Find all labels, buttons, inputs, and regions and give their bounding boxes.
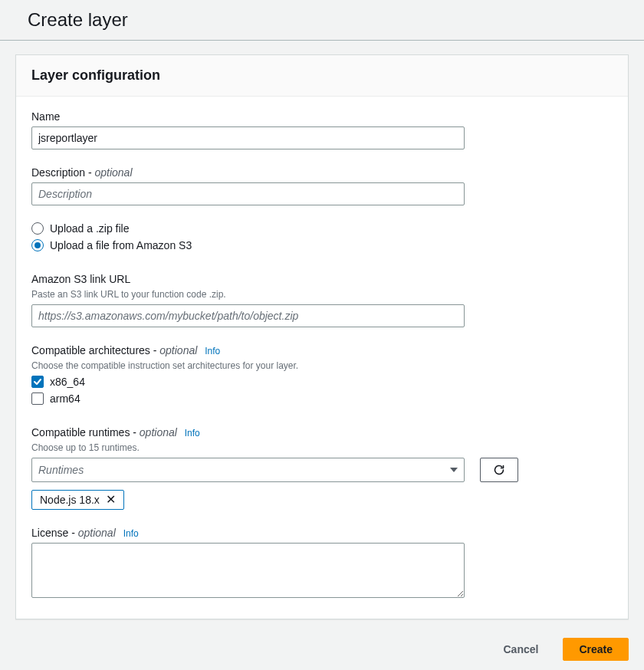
checkbox-checked-icon	[31, 376, 44, 388]
runtime-chip-nodejs18[interactable]: Node.js 18.x ✕	[31, 490, 124, 510]
s3-url-label: Amazon S3 link URL	[31, 273, 465, 285]
arch-info-link[interactable]: Info	[205, 346, 220, 356]
layer-config-panel: Layer configuration Name Description - o…	[15, 54, 629, 619]
arch-x86-label: x86_64	[50, 376, 85, 388]
runtimes-info-link[interactable]: Info	[185, 428, 200, 438]
section-title: Layer configuration	[31, 67, 613, 84]
radio-icon-selected	[31, 239, 44, 251]
description-label: Description - optional	[31, 166, 465, 179]
refresh-runtimes-button[interactable]	[480, 458, 518, 482]
page-header: Create layer	[0, 0, 644, 41]
refresh-icon	[493, 464, 505, 476]
runtimes-group: Compatible runtimes - optional Info Choo…	[31, 426, 613, 510]
arch-arm-label: arm64	[50, 392, 80, 405]
create-button[interactable]: Create	[563, 638, 629, 661]
s3-url-input[interactable]	[31, 304, 465, 327]
upload-zip-label: Upload a .zip file	[50, 222, 130, 235]
architectures-hint: Choose the compatible instruction set ar…	[31, 360, 465, 371]
upload-method-group: Upload a .zip file Upload a file from Am…	[31, 222, 465, 251]
upload-s3-radio[interactable]: Upload a file from Amazon S3	[31, 239, 465, 251]
runtimes-label: Compatible runtimes - optional Info	[31, 426, 465, 438]
architectures-group: Compatible architectures - optional Info…	[31, 344, 465, 405]
footer-actions: Cancel Create	[0, 619, 644, 670]
arch-x86-checkbox[interactable]: x86_64	[31, 376, 465, 388]
license-label: License - optional Info	[31, 527, 465, 539]
s3-url-group: Amazon S3 link URL Paste an S3 link URL …	[31, 273, 465, 327]
upload-zip-radio[interactable]: Upload a .zip file	[31, 222, 465, 235]
panel-header: Layer configuration	[16, 55, 628, 97]
name-group: Name	[31, 110, 465, 149]
cancel-button[interactable]: Cancel	[488, 638, 554, 661]
remove-chip-icon[interactable]: ✕	[106, 494, 116, 506]
description-group: Description - optional	[31, 166, 465, 205]
description-input[interactable]	[31, 182, 465, 205]
upload-s3-label: Upload a file from Amazon S3	[50, 239, 192, 251]
runtimes-placeholder: Runtimes	[38, 464, 84, 476]
license-info-link[interactable]: Info	[123, 528, 139, 539]
architectures-label: Compatible architectures - optional Info	[31, 344, 465, 356]
checkbox-icon	[31, 392, 44, 405]
runtimes-select[interactable]: Runtimes	[31, 458, 465, 482]
panel-body: Name Description - optional Upload a .zi…	[16, 97, 628, 619]
name-label: Name	[31, 110, 465, 123]
radio-icon	[31, 222, 44, 235]
chevron-down-icon	[450, 468, 458, 472]
runtime-chip-label: Node.js 18.x	[40, 494, 100, 506]
name-input[interactable]	[31, 126, 465, 149]
license-textarea[interactable]	[31, 543, 465, 598]
arch-arm-checkbox[interactable]: arm64	[31, 392, 465, 405]
runtimes-hint: Choose up to 15 runtimes.	[31, 442, 465, 453]
s3-url-hint: Paste an S3 link URL to your function co…	[31, 289, 465, 300]
license-group: License - optional Info	[31, 527, 465, 600]
page-title: Create layer	[28, 9, 629, 31]
